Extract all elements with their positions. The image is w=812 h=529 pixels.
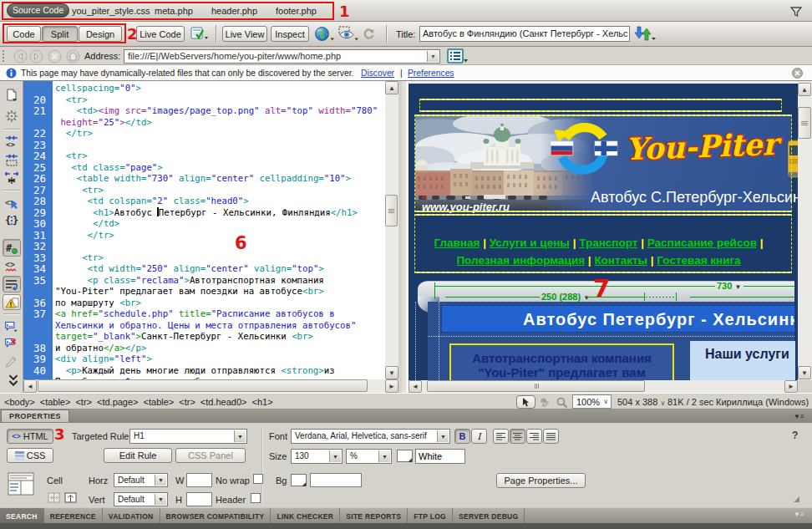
align-right-button[interactable]	[526, 429, 542, 444]
nav-link[interactable]: Расписание рейсов	[647, 237, 757, 249]
title-input[interactable]: Автобус в Финляндию (Санкт Петербург - Х…	[419, 26, 630, 42]
nav-line-2[interactable]: Полезная информация | Контакты | Гостева…	[414, 252, 783, 269]
back-icon[interactable]	[13, 49, 28, 64]
code-navigator-icon[interactable]	[5, 109, 18, 123]
tag-selector-item[interactable]: <table>	[144, 397, 175, 407]
scroll-left-button[interactable]: ◄	[23, 379, 37, 393]
apply-comment-icon[interactable]	[4, 320, 18, 333]
panel-menu-icon[interactable]: ▼≡	[794, 413, 804, 420]
code-line[interactable]: "You-Piter" предлагает вам поездки на ав…	[55, 286, 385, 298]
discover-link[interactable]: Discover	[361, 69, 394, 78]
scroll-down-button[interactable]: ▼	[798, 366, 811, 379]
code-line[interactable]: <td class="page">	[55, 162, 385, 174]
code-line[interactable]: <tr>	[55, 185, 385, 196]
forward-icon[interactable]	[29, 49, 43, 64]
collapse-selection-icon[interactable]	[5, 154, 18, 167]
code-line[interactable]: <table width="730" align="center" cellpa…	[55, 173, 385, 185]
nav-link[interactable]: Главная	[434, 237, 480, 249]
word-wrap-toggle[interactable]	[3, 276, 21, 292]
css-mode-button[interactable]: CSS	[7, 448, 53, 463]
bottom-tab-search[interactable]: SEARCH	[0, 508, 44, 524]
expand-chevrons-icon[interactable]	[7, 374, 20, 388]
bottom-tab-link-checker[interactable]: LINK CHECKER	[271, 508, 340, 524]
no-wrap-checkbox[interactable]	[253, 474, 263, 484]
vert-select[interactable]: Default▼	[114, 492, 168, 506]
nav-link[interactable]: Контакты	[594, 254, 647, 267]
syntax-error-alerts-toggle[interactable]	[3, 294, 21, 310]
select-tool-button[interactable]	[516, 395, 535, 409]
nav-link[interactable]: Гостевая книга	[657, 254, 740, 267]
expand-all-icon[interactable]	[5, 171, 18, 185]
tag-selector-item[interactable]: <td.head0>	[200, 397, 247, 407]
horz-select[interactable]: Default▼	[114, 473, 168, 487]
code-line[interactable]: </td>	[55, 218, 385, 230]
check-page-icon[interactable]	[190, 27, 209, 41]
preferences-link[interactable]: Preferences	[408, 69, 454, 78]
nav-link[interactable]: Услуги и цены	[490, 237, 570, 249]
properties-tab[interactable]: PROPERTIES	[1, 409, 69, 422]
tag-selector-item[interactable]: <table>	[40, 397, 71, 407]
nav-link[interactable]: Полезная информация	[456, 254, 585, 267]
code-line[interactable]: height="25"></td>	[55, 117, 385, 129]
design-horizontal-scrollbar[interactable]: ◄ ►	[409, 380, 798, 393]
font-select[interactable]: Verdana, Arial, Helvetica, sans-serif▼	[291, 429, 450, 444]
help-icon[interactable]: ?	[792, 430, 798, 441]
remove-comment-icon[interactable]	[4, 337, 18, 350]
code-vscroll-thumb[interactable]	[385, 195, 398, 226]
scroll-up-button[interactable]: ▲	[385, 81, 398, 94]
align-center-button[interactable]	[510, 429, 525, 444]
bottom-tab-browser-compatibility[interactable]: BROWSER COMPATIBILITY	[160, 508, 272, 524]
line-numbers-toggle[interactable]: #	[3, 239, 21, 257]
address-dropdown-arrow[interactable]: ▼	[427, 51, 439, 62]
hand-tool-icon[interactable]	[539, 397, 551, 408]
tag-selector-item[interactable]: <td.page>	[97, 397, 139, 407]
highlight-invalid-code-icon[interactable]: <>	[5, 260, 18, 273]
align-left-button[interactable]	[493, 429, 509, 444]
code-line[interactable]: <td><img src="images/page_top.png" alt="…	[55, 105, 385, 117]
collapse-full-tag-icon[interactable]: <>	[5, 135, 18, 149]
targeted-rule-select[interactable]: H1▼	[129, 429, 247, 444]
bold-button[interactable]: B	[454, 429, 470, 444]
window-size-indicator[interactable]: 504 x 388 ∨	[617, 397, 665, 407]
services-cell[interactable]: Наши услуги	[690, 341, 795, 380]
code-line[interactable]: <td colspan="2" class="head0">	[55, 196, 385, 207]
code-line[interactable]: <p class="reclama">Автотранспортная комп…	[55, 275, 385, 287]
code-line[interactable]: cellspacing="0">	[55, 83, 385, 94]
select-parent-tag-icon[interactable]: <>	[5, 197, 18, 211]
split-cell-icon[interactable]	[64, 492, 78, 504]
scroll-down-button[interactable]: ▼	[385, 366, 398, 379]
nav-link[interactable]: Транспорт	[579, 237, 637, 249]
code-line[interactable]: <tr>	[55, 94, 385, 106]
bottom-tab-ftp-log[interactable]: FTP LOG	[408, 508, 453, 524]
zoom-level-select[interactable]: 100% ∨	[572, 394, 612, 409]
align-justify-button[interactable]	[543, 429, 559, 444]
code-line[interactable]: <div align="left">	[55, 354, 385, 365]
size-select[interactable]: 130▼	[291, 449, 343, 464]
design-hscroll-thumb[interactable]	[427, 380, 645, 392]
open-documents-icon[interactable]	[5, 89, 18, 102]
height-input[interactable]	[186, 492, 212, 506]
bg-color-swatch[interactable]: ◢	[291, 474, 307, 486]
size-unit-select[interactable]: %▼	[346, 449, 392, 464]
design-view[interactable]: You-Piter Автобус С.Петербург-Хельсинки …	[409, 81, 798, 380]
tag-selector-item[interactable]: <tr>	[179, 397, 195, 407]
panel-resize-grip[interactable]	[794, 496, 799, 502]
bottom-tab-validation[interactable]: VALIDATION	[103, 508, 160, 524]
scroll-left-button[interactable]: ◄	[409, 380, 422, 393]
text-color-input[interactable]	[415, 449, 465, 464]
preview-browser-icon[interactable]	[315, 27, 335, 42]
design-vertical-scrollbar[interactable]: ▲ ▼	[798, 81, 812, 380]
close-icon[interactable]	[792, 68, 803, 79]
file-list-icon[interactable]	[447, 48, 469, 64]
visual-aids-eye-icon[interactable]	[337, 26, 359, 42]
code-line[interactable]: </tr>	[55, 128, 385, 140]
filter-icon[interactable]	[790, 7, 802, 17]
pane-splitter[interactable]	[402, 81, 409, 393]
text-color-swatch[interactable]: ◢	[397, 450, 413, 462]
code-line[interactable]	[55, 241, 385, 252]
table-width-label[interactable]: 730 ▼	[717, 281, 741, 291]
address-input[interactable]: file:///E|/WebServers/home/you-piter/www…	[124, 49, 440, 64]
tag-selector[interactable]: <body><table><tr><td.page><table><tr><td…	[4, 397, 278, 407]
tag-selector-item[interactable]: <h1>	[252, 397, 273, 407]
code-line[interactable]: и обратно</a></p>	[55, 343, 385, 354]
